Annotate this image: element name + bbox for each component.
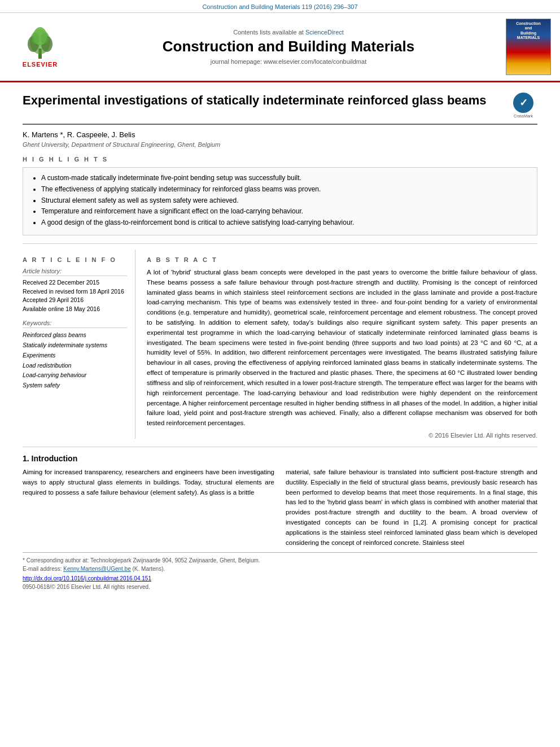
highlights-box: A custom-made statically indeterminate f… — [23, 167, 537, 235]
journal-title-center: Contents lists available at ScienceDirec… — [77, 29, 500, 64]
journal-title-text: Construction and Building Materials — [77, 38, 500, 55]
highlight-item: A good design of the glass-to-reinforcem… — [41, 218, 529, 228]
intro-left-text: Aiming for increased transparency, resea… — [23, 468, 274, 497]
highlights-list: A custom-made statically indeterminate f… — [31, 173, 529, 228]
elsevier-logo: ELSEVIER — [9, 26, 71, 68]
keyword-3: Load redistribution — [23, 361, 127, 371]
introduction-columns: Aiming for increased transparency, resea… — [23, 468, 537, 548]
article-footer: * Corresponding author at: Technologiepa… — [23, 552, 537, 590]
keyword-5: System safety — [23, 381, 127, 391]
authors-line: K. Martens *, R. Caspeele, J. Belis — [23, 130, 537, 139]
section-number: 1. — [23, 454, 32, 463]
crossmark-logo: ✓ CrossMark — [509, 93, 537, 118]
abstract-text: A lot of 'hybrid' structural glass beam … — [147, 268, 537, 429]
keyword-0: Reinforced glass beams — [23, 330, 127, 340]
article-title: Experimental investigations of staticall… — [23, 93, 504, 109]
keyword-2: Experiments — [23, 351, 127, 361]
affiliation-text: Ghent University, Department of Structur… — [23, 141, 537, 148]
copyright-text: © 2016 Elsevier Ltd. All rights reserved… — [147, 432, 537, 439]
intro-right-column: material, safe failure behaviour is tran… — [286, 468, 537, 548]
contents-available-line: Contents lists available at ScienceDirec… — [77, 29, 500, 36]
highlight-item: Temperature and reinforcement have a sig… — [41, 207, 529, 216]
sciencedirect-link[interactable]: ScienceDirect — [305, 29, 344, 36]
journal-reference-bar: Construction and Building Materials 119 … — [0, 0, 560, 12]
history-line-2: Accepted 29 April 2016 — [23, 296, 127, 305]
journal-ref-text: Construction and Building Materials 119 … — [202, 3, 357, 10]
intro-right-text: material, safe failure behaviour is tran… — [286, 468, 537, 548]
doi-link[interactable]: http://dx.doi.org/10.1016/j.conbuildmat.… — [23, 575, 151, 582]
history-title: Article history: — [23, 268, 127, 276]
article-history: Article history: Received 22 December 20… — [23, 268, 127, 314]
main-content: Experimental investigations of staticall… — [0, 82, 560, 600]
authors-text: K. Martens *, R. Caspeele, J. Belis — [23, 130, 135, 139]
highlight-item: The effectiveness of applying statically… — [41, 185, 529, 194]
cover-title-text: Construction and Building MATERIALS — [516, 21, 541, 41]
keywords-title: Keywords: — [23, 320, 127, 328]
corresponding-note-text: * Corresponding author at: Technologiepa… — [23, 557, 260, 563]
svg-point-6 — [41, 33, 49, 44]
corresponding-author-note: * Corresponding author at: Technologiepa… — [23, 556, 537, 565]
issn-line: 0950-0618/© 2016 Elsevier Ltd. All right… — [23, 584, 537, 590]
email-link[interactable]: Kenny.Martens@UGent.be — [63, 566, 130, 572]
section-title-text: Introduction — [32, 454, 78, 463]
article-title-section: Experimental investigations of staticall… — [23, 93, 537, 125]
introduction-section: 1. Introduction Aiming for increased tra… — [23, 447, 537, 548]
history-line-3: Available online 18 May 2016 — [23, 305, 127, 314]
crossmark-icon: ✓ — [513, 93, 533, 113]
elsevier-tree-icon — [23, 26, 57, 60]
article-keywords: Keywords: Reinforced glass beams Statica… — [23, 320, 127, 391]
keyword-4: Load-carrying behaviour — [23, 370, 127, 381]
keyword-1: Statically indeterminate systems — [23, 340, 127, 351]
intro-left-column: Aiming for increased transparency, resea… — [23, 468, 274, 548]
crossmark-label: CrossMark — [514, 114, 533, 118]
article-info-column: A R T I C L E I N F O Article history: R… — [23, 250, 135, 439]
abstract-section-label: A B S T R A C T — [147, 256, 537, 263]
svg-point-5 — [32, 33, 40, 44]
highlight-item: Structural element safety as well as sys… — [41, 196, 529, 206]
abstract-column: A B S T R A C T A lot of 'hybrid' struct… — [147, 250, 537, 439]
highlight-item: A custom-made statically indeterminate f… — [41, 173, 529, 183]
journal-homepage-url: journal homepage: www.elsevier.com/locat… — [77, 58, 500, 65]
doi-line: http://dx.doi.org/10.1016/j.conbuildmat.… — [23, 575, 537, 582]
page: Construction and Building Materials 119 … — [0, 0, 560, 747]
keywords-list: Reinforced glass beams Statically indete… — [23, 330, 127, 391]
info-abstract-section: A R T I C L E I N F O Article history: R… — [23, 243, 537, 439]
elsevier-brand-name: ELSEVIER — [23, 61, 58, 68]
section-title: 1. Introduction — [23, 454, 537, 463]
email-label: E-mail address: — [23, 566, 62, 572]
journal-header: ELSEVIER Contents lists available at Sci… — [0, 12, 560, 82]
journal-cover-image: Construction and Building MATERIALS — [506, 19, 551, 75]
highlights-section-label: H I G H L I G H T S — [23, 156, 537, 163]
email-suffix: (K. Martens). — [133, 566, 165, 572]
history-line-1: Received in revised form 18 April 2016 — [23, 287, 127, 296]
issn-text: 0950-0618/© 2016 Elsevier Ltd. All right… — [23, 584, 150, 590]
email-line: E-mail address: Kenny.Martens@UGent.be (… — [23, 565, 537, 573]
article-info-label: A R T I C L E I N F O — [23, 256, 127, 263]
history-line-0: Received 22 December 2015 — [23, 278, 127, 287]
